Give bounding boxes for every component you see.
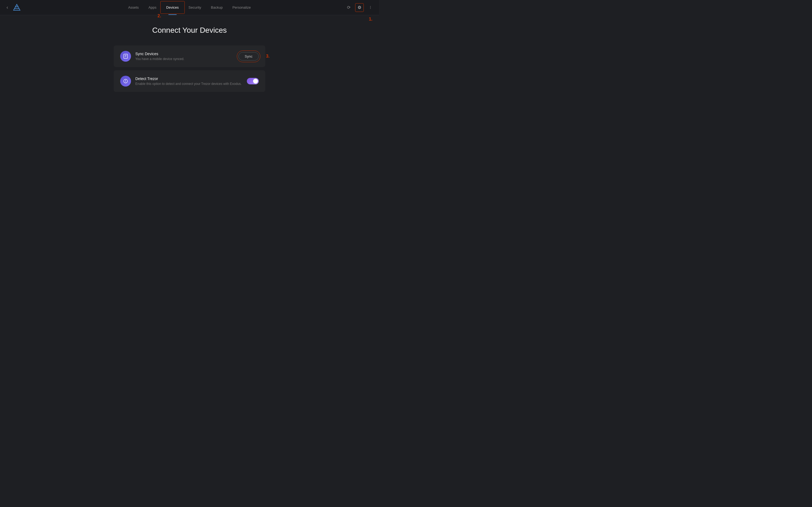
toggle-slider <box>247 78 259 84</box>
nav-item-apps[interactable]: Apps <box>144 0 161 15</box>
cards-container: Sync Devices You have a mobile device sy… <box>114 45 265 92</box>
back-button[interactable]: ‹ <box>4 3 10 11</box>
header-left: ‹ <box>4 3 21 12</box>
detect-trezor-title: Detect Trezor <box>135 76 243 81</box>
sync-devices-card: Sync Devices You have a mobile device sy… <box>114 45 265 67</box>
sync-devices-desc: You have a mobile device synced. <box>135 57 234 61</box>
settings-button[interactable]: ⚙ <box>355 3 364 12</box>
settings-icon: ⚙ <box>358 5 361 10</box>
detect-trezor-card: Detect Trezor Enable this option to dete… <box>114 70 265 92</box>
detect-trezor-toggle[interactable] <box>247 78 259 84</box>
page-title: Connect Your Devices <box>152 26 227 35</box>
sync-devices-icon <box>120 51 131 62</box>
nav-bar: Assets Apps Devices 2. Security Backup P… <box>123 0 255 15</box>
nav-item-security[interactable]: Security <box>184 0 206 15</box>
nav-item-personalize[interactable]: Personalize <box>227 0 256 15</box>
history-icon: ⟳ <box>347 5 351 10</box>
sync-devices-title: Sync Devices <box>135 52 234 56</box>
svg-marker-0 <box>13 4 20 10</box>
detect-trezor-desc: Enable this option to detect and connect… <box>135 82 243 86</box>
grid-button[interactable]: ⁝ <box>366 3 374 12</box>
svg-rect-4 <box>124 54 128 58</box>
history-button[interactable]: ⟳ <box>344 3 353 12</box>
detect-trezor-content: Detect Trezor Enable this option to dete… <box>135 76 243 86</box>
grid-icon: ⁝ <box>370 5 371 10</box>
nav-item-devices[interactable]: Devices <box>161 0 184 15</box>
detect-trezor-icon <box>120 76 131 87</box>
sync-button-wrapper: Sync 3. <box>239 52 259 61</box>
exodus-logo-icon <box>13 4 20 11</box>
header-right: ⟳ ⚙ ⁝ 1. <box>344 3 374 12</box>
sync-button[interactable]: Sync <box>239 52 259 61</box>
step3-label: 3. <box>266 54 269 59</box>
back-icon: ‹ <box>6 5 8 10</box>
svg-point-9 <box>125 82 126 82</box>
main-content: Connect Your Devices Sync Devices You ha… <box>0 15 379 103</box>
header: ‹ Assets Apps Devices 2. Sec <box>0 0 379 15</box>
nav-item-devices-wrapper: Devices 2. <box>161 0 184 15</box>
logo <box>12 3 21 12</box>
sync-devices-content: Sync Devices You have a mobile device sy… <box>135 52 234 61</box>
nav-item-backup[interactable]: Backup <box>206 0 227 15</box>
nav-item-assets[interactable]: Assets <box>123 0 144 15</box>
